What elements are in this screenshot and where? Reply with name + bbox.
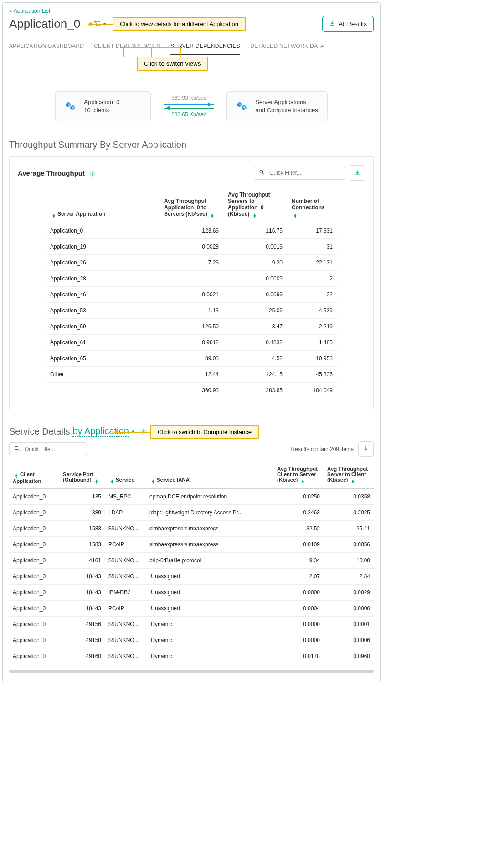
cell-conn: 31 bbox=[287, 239, 337, 255]
cell-conn: 22 bbox=[287, 287, 337, 303]
search-icon bbox=[259, 169, 265, 176]
cell-in: 0.0099 bbox=[223, 287, 287, 303]
cell-app: Application_59 bbox=[46, 319, 159, 335]
cell-svc: MS_RPC bbox=[105, 489, 146, 505]
back-link[interactable]: < Application List bbox=[9, 8, 50, 14]
col-connections[interactable]: Number of Connections ▲▼ bbox=[287, 187, 337, 223]
table-row: Application_0389LDAPldap:Lightweight Dir… bbox=[9, 505, 374, 521]
cell-app: Application_0 bbox=[46, 223, 159, 239]
cell-c2s: 0.0178 bbox=[273, 648, 324, 664]
horizontal-scrollbar[interactable] bbox=[9, 670, 374, 673]
tab-client-dependencies[interactable]: CLIENT DEPENDENCIES bbox=[94, 43, 160, 55]
cell-app: Application_28 bbox=[46, 271, 159, 287]
details-filter[interactable] bbox=[9, 442, 87, 456]
flow-diagram: Application_0 10 clients 360.93 Kb/sec 2… bbox=[9, 91, 374, 121]
info-icon[interactable]: i bbox=[89, 171, 96, 177]
cell-port: 4101 bbox=[59, 553, 105, 569]
cell-s2c: 10.00 bbox=[324, 553, 374, 569]
col-avg-out[interactable]: Avg Throughput Application_0 to Servers … bbox=[159, 187, 223, 223]
table-row: Application_59126.503.472,219 bbox=[46, 319, 337, 335]
svg-point-5 bbox=[15, 447, 18, 450]
cell-iana: ldap:Lightweight Directory Access Pr... bbox=[146, 505, 273, 521]
tab-app-dashboard[interactable]: APPLICATION DASHBOARD bbox=[9, 43, 84, 55]
table-row: Application_049156$$UNKNO...:Dynamic0.00… bbox=[9, 617, 374, 632]
col-client-app[interactable]: ▲▼Client Application bbox=[9, 461, 59, 489]
cell-c2s: 2.07 bbox=[273, 569, 324, 585]
cell-c2s: 0.0000 bbox=[273, 632, 324, 648]
cell-out: 0.0021 bbox=[159, 287, 223, 303]
table-row: Other12.44124.1545,336 bbox=[46, 367, 337, 383]
col-avg-in[interactable]: Avg Throughput Servers to Application_0 … bbox=[223, 187, 287, 223]
cell-client: Application_0 bbox=[9, 521, 59, 537]
cell-s2c: 0.0960 bbox=[324, 648, 374, 664]
cell-s2c: 0.2025 bbox=[324, 505, 374, 521]
details-filter-input[interactable] bbox=[24, 446, 94, 453]
cell-out bbox=[159, 271, 223, 287]
cell-out: 1.13 bbox=[159, 303, 223, 319]
cell-svc: $$UNKNO... bbox=[105, 617, 146, 632]
cell-port: 135 bbox=[59, 489, 105, 505]
details-download-button[interactable] bbox=[358, 441, 374, 457]
cell-out: 126.50 bbox=[159, 319, 223, 335]
cell-s2c: 0.0358 bbox=[324, 489, 374, 505]
cell-s2c: 0.0056 bbox=[324, 537, 374, 553]
cell-client: Application_0 bbox=[9, 489, 59, 505]
summary-filter[interactable] bbox=[254, 166, 345, 180]
cell-s2c: 0.0000 bbox=[324, 601, 374, 617]
flow-right-line2: and Compute Instances bbox=[255, 106, 318, 114]
col-service-port[interactable]: Service Port (Outbound) ▲▼ bbox=[59, 461, 105, 489]
cell-s2c: 0.0001 bbox=[324, 617, 374, 632]
cell-iana: :Unassigned bbox=[146, 569, 273, 585]
cell-c2s: 0.0000 bbox=[273, 617, 324, 632]
col-service-iana[interactable]: ▲▼Service IANA bbox=[146, 461, 273, 489]
flow-right-line1: Server Applications bbox=[255, 98, 318, 106]
cell-out: 89.03 bbox=[159, 351, 223, 367]
table-row: Application_531.1325.064,539 bbox=[46, 303, 337, 319]
cell-iana: brlp-0:Braille protocol bbox=[146, 553, 273, 569]
table-row: Application_280.00092 bbox=[46, 271, 337, 287]
table-row: Application_460.00210.009922 bbox=[46, 287, 337, 303]
cell-out: 0.0028 bbox=[159, 239, 223, 255]
col-s2c[interactable]: Avg Throughput Server to Client (Kb/sec)… bbox=[324, 461, 374, 489]
col-service[interactable]: ▲▼Service bbox=[105, 461, 146, 489]
table-row: Application_01583$$UNKNO...simbaexpress:… bbox=[9, 521, 374, 537]
table-row: Application_6589.034.5210,953 bbox=[46, 351, 337, 367]
cell-port: 389 bbox=[59, 505, 105, 521]
cell-conn: 45,336 bbox=[287, 367, 337, 383]
cell-c2s: 9.34 bbox=[273, 553, 324, 569]
cell-s2c: 0.0029 bbox=[324, 585, 374, 601]
tab-detailed-network[interactable]: DETAILED NETWORK DATA bbox=[250, 43, 324, 55]
cell-in: 124.15 bbox=[223, 367, 287, 383]
flow-rate-in: 283.65 Kb/sec bbox=[171, 111, 206, 118]
cell-app: Application_46 bbox=[46, 287, 159, 303]
cell-svc: LDAP bbox=[105, 505, 146, 521]
cell-conn: 17,331 bbox=[287, 223, 337, 239]
details-table: ▲▼Client Application Service Port (Outbo… bbox=[9, 461, 374, 664]
cell-svc: $$UNKNO... bbox=[105, 648, 146, 664]
cell-iana: :Dynamic bbox=[146, 632, 273, 648]
callout-tabs-text: Click to switch views bbox=[137, 57, 208, 71]
tab-server-dependencies[interactable]: SERVER DEPENDENCIES bbox=[170, 43, 240, 55]
cell-client: Application_0 bbox=[9, 617, 59, 632]
cell-port: 1583 bbox=[59, 537, 105, 553]
view-tabs: APPLICATION DASHBOARD CLIENT DEPENDENCIE… bbox=[9, 43, 374, 55]
all-results-button[interactable]: All Results bbox=[322, 16, 374, 32]
search-icon bbox=[14, 446, 20, 453]
cell-in: 0.0013 bbox=[223, 239, 287, 255]
col-server-app[interactable]: ▲▼Server Application bbox=[46, 187, 159, 223]
summary-filter-input[interactable] bbox=[268, 169, 340, 176]
flow-card-left: Application_0 10 clients bbox=[55, 91, 151, 121]
cell-iana: simbaexpress:simbaexpress bbox=[146, 537, 273, 553]
download-icon bbox=[329, 20, 335, 28]
summary-download-button[interactable] bbox=[350, 165, 365, 181]
cell-svc: PCoIP bbox=[105, 601, 146, 617]
cell-port: 18443 bbox=[59, 601, 105, 617]
cell-out: 123.63 bbox=[159, 223, 223, 239]
cell-in: 0.4832 bbox=[223, 335, 287, 351]
cell-c2s: 0.0004 bbox=[273, 601, 324, 617]
arrow-left-icon bbox=[164, 108, 214, 109]
cell-app: Application_61 bbox=[46, 335, 159, 351]
cell-client: Application_0 bbox=[9, 553, 59, 569]
table-row: Application_0123.63116.7517,331 bbox=[46, 223, 337, 239]
col-c2s[interactable]: Avg Throughput Client to Server (Kb/sec)… bbox=[273, 461, 324, 489]
